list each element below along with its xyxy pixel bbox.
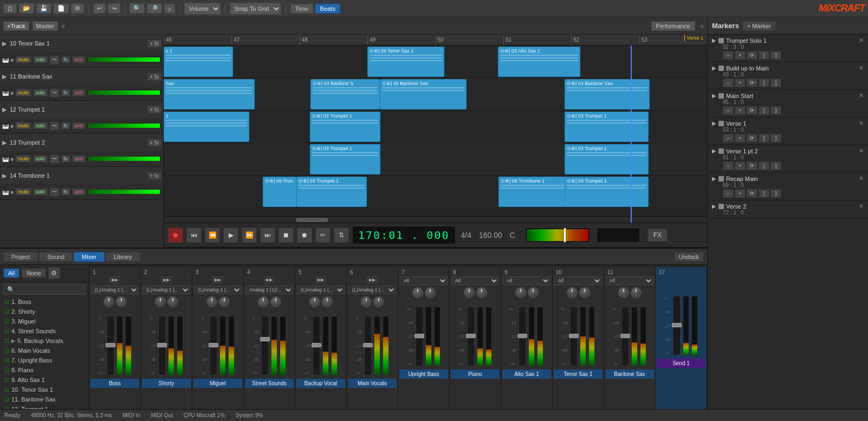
arm-btn[interactable]: arm: [72, 56, 86, 63]
ch-knob-1[interactable]: [618, 287, 629, 298]
marker-ctrl-in[interactable]: [: [759, 79, 769, 87]
marker-ctrl-back[interactable]: –: [723, 134, 734, 143]
marker-play-btn[interactable]: ▶: [712, 93, 716, 99]
clip-trombone-09[interactable]: ⊙⊛| 09 Tron: [263, 177, 296, 207]
clip-trombone-08[interactable]: ⊙⊛| 08 Trombone 1: [498, 177, 574, 207]
ch-knob-1[interactable]: [567, 287, 578, 298]
mute-btn[interactable]: mute: [15, 56, 31, 63]
marker-play-btn[interactable]: ▶: [712, 120, 716, 126]
track-fx-btn-trumpet-2[interactable]: + fx: [148, 139, 161, 146]
mute-btn[interactable]: mute: [15, 122, 31, 129]
ch-expand-btn[interactable]: ▶▶: [109, 276, 120, 283]
clip-trumpet2-03[interactable]: ⊙⊛| 03 Trumpet 1: [310, 144, 380, 174]
marker-ctrl-fwd[interactable]: +: [735, 189, 746, 198]
marker-ctrl-back[interactable]: –: [723, 106, 734, 115]
ch-knob-1[interactable]: [309, 296, 320, 307]
ch-knob-1[interactable]: [464, 287, 475, 298]
marker-play-btn[interactable]: ▶: [712, 148, 716, 154]
solo-btn[interactable]: solo: [33, 188, 48, 196]
waveform-btn[interactable]: 〜: [49, 121, 60, 131]
ch-fader-track[interactable]: [261, 316, 269, 375]
marker-close-btn[interactable]: ✕: [859, 203, 864, 210]
clip-trombone-trumpet-03-2[interactable]: ⊙⊛| 03 Trumpet 1: [565, 177, 649, 207]
ch-expand-btn[interactable]: ▶▶: [212, 276, 223, 283]
ch-fader-handle[interactable]: [620, 334, 630, 338]
waveform-btn[interactable]: 〜: [49, 187, 60, 197]
mixer-track-tenor-sax[interactable]: ☑ 10. Tenor Sax 1: [0, 385, 89, 394]
marker-ctrl-fwd[interactable]: +: [735, 106, 746, 115]
ch-knob-1[interactable]: [361, 296, 372, 307]
loop-button[interactable]: ⏹: [278, 228, 294, 243]
ch-name-label[interactable]: Main Vocals: [348, 379, 397, 388]
marker-ctrl-loop[interactable]: ⟳: [747, 134, 757, 143]
marker-ctrl-fwd[interactable]: +: [735, 161, 746, 170]
volume-bar[interactable]: [88, 57, 160, 62]
track-fx-btn-tenor-sax-1[interactable]: + fx: [148, 40, 161, 47]
mixer-track-boss[interactable]: ☑ 1. Boss: [0, 297, 89, 307]
clip-alto-sax-03[interactable]: ⊙⊛| 03 Alto Sax 1: [498, 47, 580, 77]
clip-tenor-sax-04[interactable]: ⊙⊛| 04 Tenor Sax 1: [367, 47, 444, 77]
clip-baritone-sax-intro[interactable]: Sax: [164, 79, 255, 109]
clip-trumpet2-03-2[interactable]: ⊙⊛| 03 Trumpet 1: [565, 144, 649, 174]
ch-knob-2[interactable]: [579, 287, 590, 298]
ch-knob-1[interactable]: [103, 296, 114, 307]
clip-tenor-x1[interactable]: x 1: [164, 47, 233, 77]
volume-bar[interactable]: [88, 124, 160, 128]
ch-knob-2[interactable]: [373, 296, 384, 307]
marker-close-btn[interactable]: ✕: [859, 175, 864, 182]
solo-btn[interactable]: solo: [33, 155, 48, 163]
volume-bar[interactable]: [88, 157, 160, 161]
ch-knob-1[interactable]: [412, 287, 423, 298]
waveform-btn[interactable]: 〜: [49, 154, 60, 164]
arm-btn[interactable]: arm: [72, 122, 86, 129]
ch-route-select[interactable]: All: [554, 276, 602, 285]
record2-button[interactable]: ⏺: [297, 228, 312, 243]
performance-button[interactable]: Performance: [651, 21, 695, 31]
ch-fader-track[interactable]: [158, 316, 166, 375]
ch-route-select[interactable]: (L)Analog 1 (...: [194, 286, 242, 294]
mixer-track-miguel[interactable]: ☑ 3. Miguel: [0, 316, 89, 326]
beats-button[interactable]: Beats: [315, 4, 340, 14]
mixer-channels[interactable]: 1 ▶▶ (L)Analog 1 (...: [89, 265, 707, 421]
measure-ruler[interactable]: Verse 1 4647484950515253: [164, 35, 707, 46]
waveform-btn[interactable]: 〜: [49, 55, 60, 64]
arm-btn[interactable]: arm: [72, 89, 86, 96]
arrows-button[interactable]: ⇅: [334, 228, 349, 243]
ch-fader-handle[interactable]: [517, 334, 527, 338]
fx-btn[interactable]: fx: [61, 89, 70, 96]
ch-name-label[interactable]: Tenor Sax 1: [554, 370, 603, 379]
ch-knob-1[interactable]: [206, 296, 217, 307]
track-expand-btn[interactable]: ▶: [2, 40, 8, 47]
clip-trombone-trumpet-03[interactable]: ⊙⊛| 03 Trumpet 1: [296, 177, 367, 207]
ch-name-label[interactable]: Upright Bass: [399, 370, 448, 379]
track-fx-btn-trumpet-1[interactable]: + fx: [148, 106, 161, 113]
fx-btn[interactable]: fx: [61, 155, 70, 163]
ch-fader-handle[interactable]: [106, 343, 115, 347]
ch-name-label[interactable]: Shorty: [142, 379, 191, 388]
volume-bar[interactable]: [88, 190, 160, 194]
ch-knob-1[interactable]: [155, 296, 166, 307]
ch-fader-track[interactable]: [416, 307, 423, 366]
ch-route-select[interactable]: Analog 1 (1)/...: [245, 286, 293, 294]
open-button[interactable]: 📂: [19, 3, 34, 14]
fx-btn[interactable]: fx: [61, 56, 70, 63]
ch-name-label[interactable]: Boss: [90, 379, 139, 388]
fx-button[interactable]: FX: [647, 229, 668, 242]
ch-name-label[interactable]: Send 1: [657, 359, 705, 368]
mixer-track-piano[interactable]: ☑ 8. Piano: [0, 365, 89, 375]
clips-area[interactable]: x 1 ⊙⊛| 04 Tenor Sax 1 ⊙⊛| 03 Alto Sax 1: [164, 46, 707, 223]
record-button[interactable]: ⏺: [168, 228, 183, 243]
undo-button[interactable]: ↩: [93, 3, 106, 14]
ch-name-label[interactable]: Street Sounds: [245, 379, 294, 388]
solo-btn[interactable]: solo: [33, 56, 48, 63]
ch-fader-handle[interactable]: [466, 334, 476, 338]
gear-button[interactable]: ⚙: [48, 267, 60, 279]
ch-fader-track[interactable]: [313, 316, 320, 375]
ch-knob-1[interactable]: [515, 287, 526, 298]
ff-to-end-button[interactable]: ⏭: [260, 228, 275, 243]
all-button[interactable]: All: [3, 268, 20, 278]
marker-ctrl-in[interactable]: [: [759, 106, 769, 115]
ch-fader-track[interactable]: [210, 316, 217, 375]
clip-baritone-05[interactable]: ⊙⊛| 05 Baritone Sax: [380, 79, 467, 109]
marker-ctrl-fwd[interactable]: +: [735, 134, 746, 143]
